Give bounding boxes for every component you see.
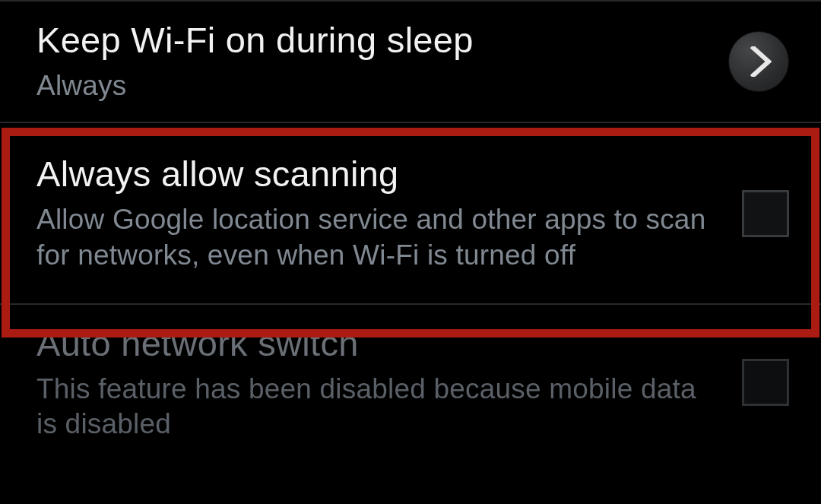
- settings-item-always-allow-scanning[interactable]: Always allow scanning Allow Google locat…: [0, 123, 821, 303]
- item-subtitle: This feature has been disabled because m…: [36, 372, 712, 442]
- settings-item-auto-network-switch: Auto network switch This feature has bee…: [0, 305, 821, 461]
- item-title: Auto network switch: [36, 323, 712, 364]
- item-subtitle: Always: [36, 68, 698, 103]
- item-title: Always allow scanning: [36, 154, 712, 195]
- item-text: Auto network switch This feature has bee…: [36, 323, 742, 442]
- settings-item-keep-wifi-sleep[interactable]: Keep Wi-Fi on during sleep Always: [0, 2, 821, 122]
- settings-list: Keep Wi-Fi on during sleep Always Always…: [0, 0, 821, 460]
- item-text: Keep Wi-Fi on during sleep Always: [36, 20, 728, 103]
- checkbox[interactable]: [742, 190, 789, 237]
- item-title: Keep Wi-Fi on during sleep: [36, 20, 698, 61]
- chevron-right-icon[interactable]: [728, 31, 789, 92]
- item-text: Always allow scanning Allow Google locat…: [36, 154, 742, 273]
- checkbox: [742, 359, 789, 406]
- item-subtitle: Allow Google location service and other …: [36, 202, 712, 273]
